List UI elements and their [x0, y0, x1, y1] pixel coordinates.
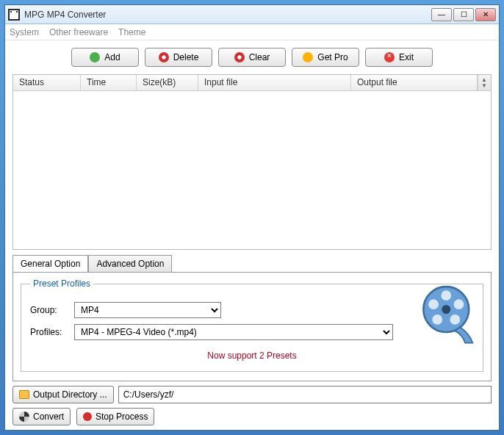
star-icon	[303, 52, 313, 62]
svg-point-5	[442, 305, 450, 314]
svg-point-7	[454, 299, 464, 309]
clear-icon	[234, 52, 245, 62]
output-directory-input[interactable]	[118, 386, 492, 403]
titlebar: MPG MP4 Converter — ☐ ✕	[5, 5, 499, 24]
convert-button[interactable]: Convert	[12, 408, 71, 425]
col-size[interactable]: Size(kB)	[137, 75, 198, 90]
vertical-scrollbar[interactable]	[478, 75, 491, 90]
stop-icon	[83, 412, 92, 421]
svg-rect-2	[10, 11, 12, 12]
svg-rect-3	[16, 11, 18, 12]
profiles-label: Profiles:	[30, 327, 70, 337]
window-title: MPG MP4 Converter	[24, 10, 431, 20]
exit-button[interactable]: Exit	[365, 48, 433, 67]
svg-point-10	[428, 299, 439, 309]
getpro-button[interactable]: Get Pro	[292, 48, 359, 67]
svg-point-8	[450, 314, 460, 325]
preset-profiles-group: Preset Profiles Group: MP4 Profiles: MP4…	[21, 278, 483, 372]
exit-icon	[384, 52, 395, 62]
svg-point-9	[432, 314, 442, 325]
minimize-button[interactable]: —	[431, 8, 452, 21]
group-select[interactable]: MP4	[74, 302, 221, 318]
film-reel-icon	[416, 283, 479, 346]
col-status[interactable]: Status	[13, 75, 81, 90]
file-table: Status Time Size(kB) Input file Output f…	[12, 74, 492, 250]
toolbar: Add Delete Clear Get Pro Exit	[12, 45, 492, 70]
menu-other-freeware[interactable]: Other freeware	[49, 27, 108, 37]
maximize-button[interactable]: ☐	[453, 8, 474, 21]
group-label: Group:	[30, 305, 70, 315]
close-button[interactable]: ✕	[475, 8, 496, 21]
convert-icon	[19, 411, 29, 422]
output-directory-button[interactable]: Output Directory ...	[12, 386, 114, 403]
delete-button[interactable]: Delete	[145, 48, 212, 67]
stop-process-button[interactable]: Stop Process	[76, 408, 154, 425]
folder-icon	[19, 390, 29, 399]
profiles-select[interactable]: MP4 - MPEG-4 Video (*.mp4)	[74, 324, 393, 340]
clear-button[interactable]: Clear	[218, 48, 286, 67]
preset-profiles-legend: Preset Profiles	[30, 278, 93, 289]
menubar: System Other freeware Theme	[5, 24, 499, 40]
col-input-file[interactable]: Input file	[198, 75, 351, 90]
preset-support-message: Now support 2 Presets	[30, 350, 474, 361]
col-time[interactable]: Time	[81, 75, 137, 90]
menu-theme[interactable]: Theme	[118, 27, 145, 37]
tab-general-option[interactable]: General Option	[12, 255, 88, 273]
tab-advanced-option[interactable]: Advanced Option	[88, 255, 172, 273]
general-option-panel: Preset Profiles Group: MP4 Profiles: MP4…	[12, 272, 492, 381]
plus-icon	[90, 52, 100, 62]
add-button[interactable]: Add	[71, 48, 139, 67]
menu-system[interactable]: System	[10, 27, 39, 37]
col-output-file[interactable]: Output file	[351, 75, 478, 90]
delete-icon	[159, 52, 169, 62]
svg-point-6	[441, 290, 451, 301]
app-icon	[8, 9, 20, 21]
